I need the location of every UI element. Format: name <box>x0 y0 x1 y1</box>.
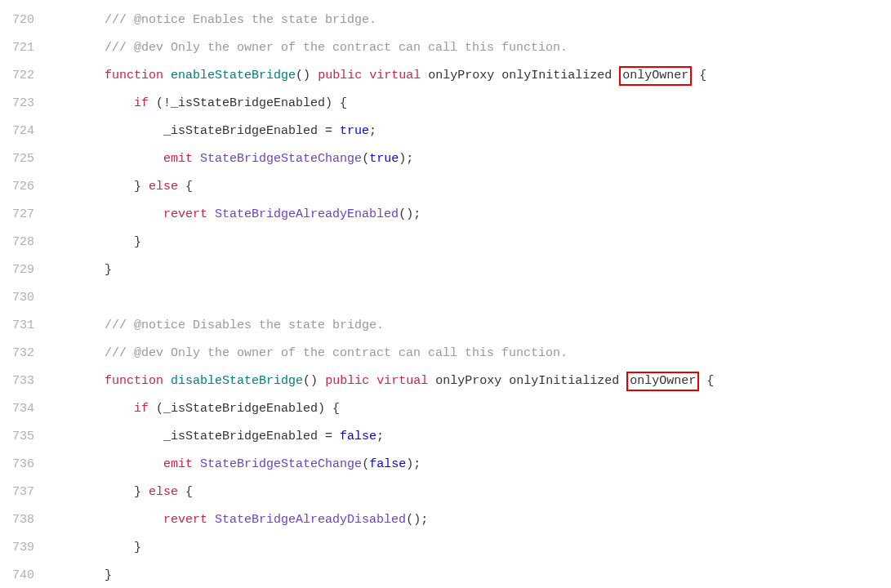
highlighted-modifier: onlyOwner <box>626 372 699 391</box>
line-number: 734 <box>12 395 34 423</box>
literal-false: false <box>340 430 376 443</box>
code-line: function disableStateBridge() public vir… <box>75 368 714 395</box>
keyword-if: if <box>134 96 149 110</box>
paren-close: ); <box>406 457 421 471</box>
line-number: 731 <box>12 312 34 340</box>
code-line: revert StateBridgeAlreadyDisabled(); <box>75 506 714 534</box>
assignment-lhs: _isStateBridgeEnabled = <box>163 430 340 443</box>
line-number: 723 <box>12 90 34 118</box>
literal-false: false <box>369 457 406 471</box>
code-line: } <box>75 562 714 588</box>
code-line: } <box>75 256 714 284</box>
semicolon: ; <box>376 430 384 443</box>
line-number: 738 <box>12 506 34 534</box>
keyword-else: else <box>149 180 178 194</box>
line-number: 739 <box>12 534 34 562</box>
line-number: 730 <box>12 284 34 312</box>
keyword-else: else <box>149 485 178 499</box>
code-line: /// @notice Enables the state bridge. <box>75 7 714 34</box>
line-number: 740 <box>12 562 34 588</box>
paren-close: ); <box>399 152 413 166</box>
line-number: 729 <box>12 256 34 284</box>
code-line: _isStateBridgeEnabled = true; <box>75 118 714 145</box>
literal-true: true <box>340 124 369 138</box>
brace-close: } <box>134 485 149 499</box>
line-number: 733 <box>12 368 34 395</box>
code-content: /// @notice Enables the state bridge. //… <box>75 7 714 588</box>
brace-open: { <box>178 485 193 499</box>
keyword-function: function <box>105 374 163 388</box>
code-line: /// @dev Only the owner of the contract … <box>75 34 714 62</box>
line-number: 735 <box>12 423 34 451</box>
code-line: emit StateBridgeStateChange(false); <box>75 451 714 479</box>
semicolon: ; <box>369 124 376 138</box>
line-number: 725 <box>12 145 34 173</box>
code-line: } else { <box>75 173 714 201</box>
event-name: StateBridgeStateChange <box>200 152 362 166</box>
keyword-revert: revert <box>163 513 207 527</box>
error-name: StateBridgeAlreadyDisabled <box>215 513 406 527</box>
code-line: if (_isStateBridgeEnabled) { <box>75 395 714 423</box>
paren-open: ( <box>362 457 369 471</box>
condition: (_isStateBridgeEnabled) { <box>149 402 340 416</box>
code-line: /// @notice Disables the state bridge. <box>75 312 714 340</box>
code-line: } else { <box>75 479 714 506</box>
brace-close: } <box>105 263 112 277</box>
parens: () <box>303 374 318 388</box>
parens-semi: (); <box>406 513 428 527</box>
code-line: } <box>75 229 714 256</box>
keyword-emit: emit <box>163 457 193 471</box>
keyword-virtual: virtual <box>376 374 428 388</box>
condition: (!_isStateBridgeEnabled) { <box>149 96 347 110</box>
brace-close: } <box>105 568 112 582</box>
code-line: revert StateBridgeAlreadyEnabled(); <box>75 201 714 229</box>
keyword-public: public <box>325 374 369 388</box>
error-name: StateBridgeAlreadyEnabled <box>215 207 399 221</box>
brace-close: } <box>134 235 141 249</box>
keyword-revert: revert <box>163 207 207 221</box>
code-line <box>75 284 714 312</box>
highlighted-modifier: onlyOwner <box>619 66 692 86</box>
keyword-function: function <box>105 69 163 82</box>
code-line: _isStateBridgeEnabled = false; <box>75 423 714 451</box>
line-number: 736 <box>12 451 34 479</box>
line-number: 737 <box>12 479 34 506</box>
brace-close: } <box>134 180 149 194</box>
modifier: onlyProxy <box>428 69 494 82</box>
code-line: emit StateBridgeStateChange(true); <box>75 145 714 173</box>
function-name: enableStateBridge <box>171 69 296 82</box>
comment-text: /// @dev Only the owner of the contract … <box>105 41 568 55</box>
line-number: 721 <box>12 34 34 62</box>
line-number: 722 <box>12 62 34 90</box>
modifier: onlyProxy <box>435 374 501 388</box>
code-line: function enableStateBridge() public virt… <box>75 62 714 90</box>
brace-open: { <box>178 180 193 194</box>
function-name: disableStateBridge <box>171 374 303 388</box>
line-number: 727 <box>12 201 34 229</box>
line-number: 726 <box>12 173 34 201</box>
comment-text: /// @notice Disables the state bridge. <box>105 318 384 332</box>
parens: () <box>296 69 310 82</box>
brace-close: } <box>134 541 141 555</box>
modifier: onlyInitialized <box>509 374 619 388</box>
paren-open: ( <box>362 152 369 166</box>
comment-text: /// @dev Only the owner of the contract … <box>105 346 568 360</box>
event-name: StateBridgeStateChange <box>200 457 362 471</box>
parens-semi: (); <box>399 207 421 221</box>
keyword-public: public <box>318 69 362 82</box>
code-line: if (!_isStateBridgeEnabled) { <box>75 90 714 118</box>
line-number: 728 <box>12 229 34 256</box>
brace: { <box>692 69 706 82</box>
keyword-emit: emit <box>163 152 193 166</box>
keyword-if: if <box>134 402 149 416</box>
modifier: onlyInitialized <box>501 69 612 82</box>
line-number-gutter: 720 721 722 723 724 725 726 727 728 729 … <box>0 7 75 588</box>
line-number: 720 <box>12 7 34 34</box>
literal-true: true <box>369 152 399 166</box>
code-block: 720 721 722 723 724 725 726 727 728 729 … <box>0 0 891 588</box>
assignment-lhs: _isStateBridgeEnabled = <box>163 124 340 138</box>
code-line: /// @dev Only the owner of the contract … <box>75 340 714 368</box>
brace: { <box>699 374 714 388</box>
comment-text: /// @notice Enables the state bridge. <box>105 13 376 27</box>
line-number: 724 <box>12 118 34 145</box>
